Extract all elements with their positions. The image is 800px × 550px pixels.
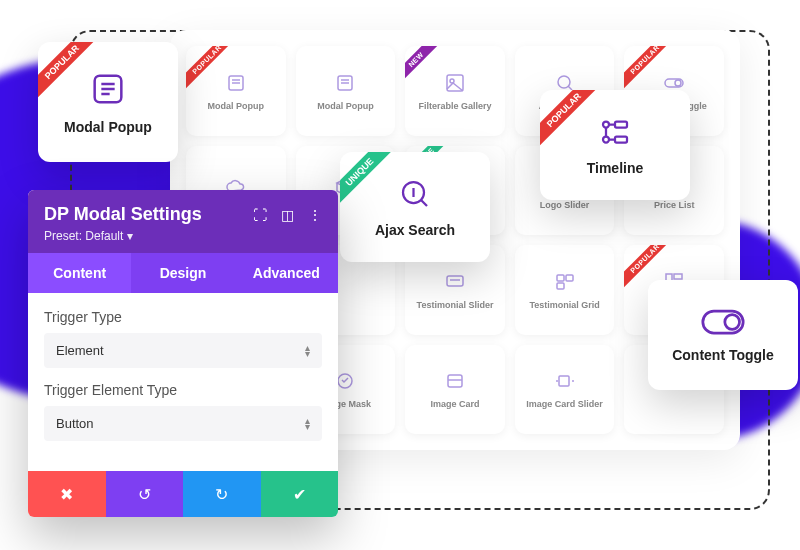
- preset-selector[interactable]: Preset: Default ▾: [44, 229, 322, 243]
- grid-cell[interactable]: Image Card Slider: [515, 345, 615, 435]
- search-icon: [397, 176, 433, 212]
- float-ajax-search[interactable]: UNIQUE Ajax Search: [340, 152, 490, 262]
- select-arrows-icon: ▴▾: [305, 418, 310, 430]
- svg-rect-21: [557, 275, 564, 281]
- grid-cell[interactable]: POPULARModal Popup: [186, 46, 286, 136]
- grid-cell[interactable]: Modal Popup: [296, 46, 396, 136]
- testgrid-icon: [553, 270, 577, 294]
- cell-label: Testimonial Grid: [529, 300, 599, 310]
- settings-panel: DP Modal Settings ⛶ ◫ ⋮ Preset: Default …: [28, 190, 338, 517]
- float-timeline[interactable]: POPULAR Timeline: [540, 90, 690, 200]
- layout-icon[interactable]: ◫: [281, 207, 294, 223]
- trigger-type-label: Trigger Type: [44, 309, 322, 325]
- ribbon: NEW: [405, 46, 442, 85]
- cell-label: Price List: [654, 200, 695, 210]
- svg-point-41: [603, 137, 609, 143]
- float-label: Content Toggle: [672, 347, 774, 363]
- svg-rect-42: [615, 122, 627, 128]
- float-label: Ajax Search: [375, 222, 455, 238]
- svg-rect-19: [447, 276, 463, 286]
- grid-cell[interactable]: Image Card: [405, 345, 505, 435]
- float-content-toggle[interactable]: Content Toggle: [648, 280, 798, 390]
- unique-ribbon: UNIQUE: [340, 152, 399, 211]
- trigger-element-type-label: Trigger Element Type: [44, 382, 322, 398]
- cell-label: Testimonial Slider: [417, 300, 494, 310]
- cell-label: Logo Slider: [540, 200, 590, 210]
- cardslider-icon: [553, 369, 577, 393]
- grid-cell[interactable]: Testimonial Grid: [515, 245, 615, 335]
- svg-point-48: [725, 315, 740, 330]
- modal-icon: [333, 71, 357, 95]
- testimonial-icon: [443, 270, 467, 294]
- more-icon[interactable]: ⋮: [308, 207, 322, 223]
- cell-label: Filterable Gallery: [418, 101, 491, 111]
- svg-rect-25: [674, 274, 682, 279]
- svg-point-11: [675, 80, 681, 86]
- undo-button[interactable]: ↺: [106, 471, 184, 517]
- cell-label: Modal Popup: [208, 101, 265, 111]
- svg-line-38: [421, 200, 427, 206]
- trigger-type-select[interactable]: Element ▴▾: [44, 333, 322, 368]
- float-modal-popup[interactable]: POPULAR Modal Popup: [38, 42, 178, 162]
- tab-design[interactable]: Design: [131, 253, 234, 293]
- modal-icon: [88, 69, 128, 109]
- timeline-icon: [595, 114, 635, 150]
- svg-rect-30: [559, 376, 569, 386]
- grid-cell[interactable]: NEWFilterable Gallery: [405, 46, 505, 136]
- settings-tabs: Content Design Advanced: [28, 253, 338, 293]
- cell-label: Modal Popup: [317, 101, 374, 111]
- float-label: Timeline: [587, 160, 644, 176]
- modal-icon: [224, 71, 248, 95]
- svg-point-40: [603, 122, 609, 128]
- card-icon: [443, 369, 467, 393]
- svg-rect-28: [448, 375, 462, 387]
- tab-advanced[interactable]: Advanced: [235, 253, 338, 293]
- svg-rect-47: [703, 311, 743, 333]
- tab-content[interactable]: Content: [28, 253, 131, 293]
- select-arrows-icon: ▴▾: [305, 345, 310, 357]
- settings-title: DP Modal Settings: [44, 204, 202, 225]
- svg-rect-23: [557, 283, 564, 289]
- cell-label: Image Card Slider: [526, 399, 603, 409]
- trigger-element-type-select[interactable]: Button ▴▾: [44, 406, 322, 441]
- save-button[interactable]: ✔: [261, 471, 339, 517]
- gallery-icon: [443, 71, 467, 95]
- close-button[interactable]: ✖: [28, 471, 106, 517]
- svg-rect-43: [615, 137, 627, 143]
- expand-icon[interactable]: ⛶: [253, 207, 267, 223]
- cell-label: Image Card: [430, 399, 479, 409]
- toggle-icon: [701, 307, 745, 337]
- float-label: Modal Popup: [64, 119, 152, 135]
- svg-rect-22: [566, 275, 573, 281]
- redo-button[interactable]: ↻: [183, 471, 261, 517]
